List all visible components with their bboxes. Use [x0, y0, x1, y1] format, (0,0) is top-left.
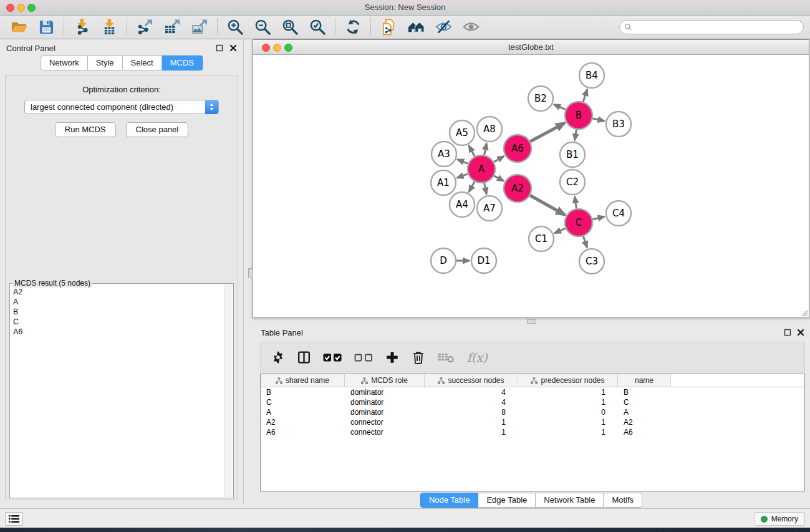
import-network-button[interactable]	[72, 18, 91, 37]
vertical-splitter-handle[interactable]	[248, 268, 253, 278]
tab-network[interactable]: Network	[41, 56, 88, 70]
graph-node-B2[interactable]: B2	[528, 86, 553, 111]
mcds-result-item[interactable]: C	[13, 317, 224, 327]
edge-A-A6[interactable]	[494, 156, 504, 162]
edge-A-A3[interactable]	[457, 160, 468, 164]
graph-node-C[interactable]: C	[565, 209, 592, 236]
graph-node-A7[interactable]: A7	[477, 196, 502, 221]
show-all-button[interactable]	[461, 18, 480, 37]
search-field[interactable]	[619, 20, 804, 34]
edge-A-A5[interactable]	[469, 145, 475, 156]
mcds-result-item[interactable]: A	[13, 297, 224, 307]
deselect-all-button[interactable]	[354, 349, 373, 365]
tab-style[interactable]: Style	[88, 56, 123, 70]
add-button[interactable]	[385, 349, 399, 365]
edge-A-A2[interactable]	[494, 176, 504, 181]
result-scrollbar[interactable]	[224, 284, 233, 497]
tab-select[interactable]: Select	[123, 56, 162, 70]
edge-A2-C[interactable]	[530, 195, 565, 215]
tab-motifs[interactable]: Motifs	[604, 493, 642, 508]
save-session-button[interactable]	[37, 18, 55, 37]
graph-node-D[interactable]: D	[431, 248, 456, 273]
float-table-panel-icon[interactable]	[784, 329, 791, 336]
close-table-panel-icon[interactable]	[797, 329, 804, 336]
resize-grip-icon[interactable]	[799, 308, 808, 317]
hide-selected-button[interactable]	[434, 18, 453, 37]
graph-node-A6[interactable]: A6	[504, 135, 531, 162]
network-graph[interactable]: AA1A2A3A4A5A6A7A8BB1B2B3B4CC1C2C3C4DD1	[253, 55, 809, 317]
clone-network-button[interactable]	[379, 18, 398, 37]
float-panel-icon[interactable]	[216, 44, 223, 52]
edge-A-A4[interactable]	[469, 181, 475, 192]
run-mcds-button[interactable]: Run MCDS	[55, 122, 116, 137]
optimization-criterion-select[interactable]: largest connected component (directed)	[24, 100, 219, 114]
column-header-shared-name[interactable]: shared name	[261, 374, 345, 387]
table-row[interactable]: A2connector11A2	[261, 417, 804, 427]
node-table[interactable]: shared nameMCDS rolesuccessor nodesprede…	[260, 374, 805, 491]
zoom-out-button[interactable]	[253, 18, 272, 37]
mcds-result-item[interactable]: A2	[13, 287, 224, 297]
trash-button[interactable]	[412, 349, 425, 365]
mcds-result-item[interactable]: B	[13, 307, 224, 317]
graph-node-A5[interactable]: A5	[450, 120, 475, 145]
refresh-button[interactable]	[344, 18, 362, 37]
edge-A6-B[interactable]	[530, 123, 565, 142]
graph-node-C2[interactable]: C2	[560, 170, 585, 195]
close-panel-button[interactable]: Close panel	[126, 122, 189, 137]
edge-B-B3[interactable]	[592, 118, 604, 121]
graph-node-B1[interactable]: B1	[560, 142, 585, 167]
table-row[interactable]: Adominator80A	[261, 407, 804, 417]
column-header-predecessor-nodes[interactable]: predecessor nodes	[518, 374, 618, 387]
edge-A-A8[interactable]	[485, 143, 487, 155]
open-session-button[interactable]	[9, 18, 28, 37]
graph-node-C3[interactable]: C3	[579, 249, 604, 274]
close-panel-icon[interactable]	[229, 44, 237, 52]
select-all-button[interactable]	[323, 349, 342, 365]
graph-node-B4[interactable]: B4	[579, 63, 604, 88]
columns-button[interactable]	[297, 349, 311, 365]
graph-node-A3[interactable]: A3	[432, 142, 456, 167]
function-builder-button[interactable]: f(x)	[467, 351, 488, 364]
edge-B-B4[interactable]	[583, 89, 587, 102]
graph-node-D1[interactable]: D1	[471, 248, 496, 273]
edge-B-B1[interactable]	[575, 130, 577, 141]
table-row[interactable]: Bdominator41B	[261, 387, 804, 397]
mcds-result-list[interactable]: A2ABCA6	[11, 284, 224, 497]
graph-node-A4[interactable]: A4	[450, 192, 475, 217]
zoom-fit-button[interactable]	[281, 18, 299, 37]
network-window-titlebar[interactable]: testGlobe.txt	[253, 40, 809, 55]
gear-button[interactable]	[271, 349, 285, 365]
tab-mcds[interactable]: MCDS	[162, 56, 203, 70]
column-header-name[interactable]: name	[618, 374, 671, 387]
graph-node-A[interactable]: A	[468, 155, 495, 183]
memory-button[interactable]: Memory	[754, 512, 805, 526]
table-row[interactable]: A6connector11A6	[261, 427, 804, 437]
graph-node-B[interactable]: B	[565, 102, 592, 129]
edge-B-B2[interactable]	[554, 104, 566, 109]
delete-table-button[interactable]	[438, 349, 455, 365]
edge-C-C2[interactable]	[574, 196, 576, 209]
table-row[interactable]: Cdominator41C	[261, 397, 804, 407]
network-canvas[interactable]: AA1A2A3A4A5A6A7A8BB1B2B3B4CC1C2C3C4DD1	[253, 55, 809, 317]
edge-C-C3[interactable]	[583, 236, 587, 248]
graph-node-B3[interactable]: B3	[606, 112, 631, 137]
search-input[interactable]	[632, 21, 803, 33]
export-table-button[interactable]	[163, 18, 181, 37]
edge-C-C4[interactable]	[592, 216, 604, 220]
graph-node-C4[interactable]: C4	[606, 201, 631, 226]
home-button[interactable]	[407, 18, 425, 37]
graph-node-C1[interactable]: C1	[529, 226, 554, 251]
graph-node-A2[interactable]: A2	[504, 175, 531, 202]
mcds-result-item[interactable]: A6	[13, 327, 224, 337]
zoom-selected-button[interactable]	[308, 18, 327, 37]
tab-edge-table[interactable]: Edge Table	[478, 493, 536, 508]
graph-node-A1[interactable]: A1	[431, 170, 456, 195]
tab-node-table[interactable]: Node Table	[420, 493, 479, 508]
column-header-successor-nodes[interactable]: successor nodes	[425, 374, 518, 387]
task-history-button[interactable]	[5, 512, 23, 526]
tab-network-table[interactable]: Network Table	[536, 493, 604, 508]
horizontal-splitter-handle[interactable]	[527, 319, 536, 324]
edge-A-A7[interactable]	[485, 183, 487, 195]
import-table-button[interactable]	[100, 18, 118, 37]
export-network-button[interactable]	[135, 18, 154, 37]
